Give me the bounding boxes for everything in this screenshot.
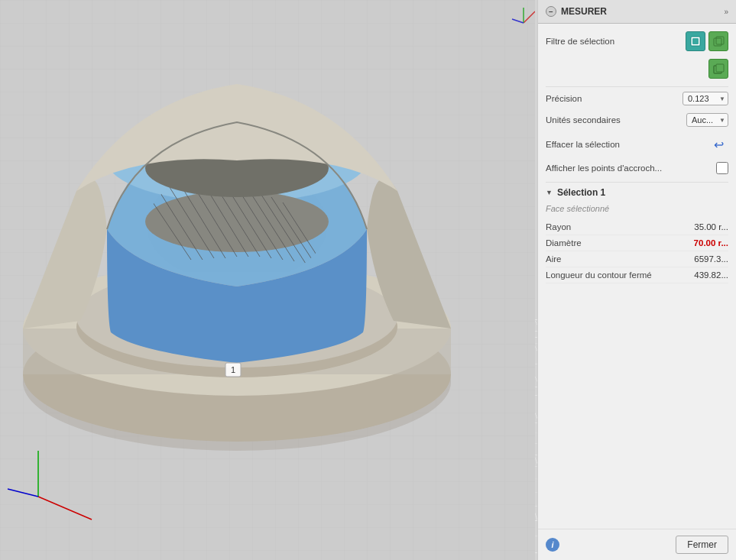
face-selected-label: Face sélectionné — [546, 204, 728, 213]
panel-body: Filtre de sélection — [538, 24, 736, 529]
precision-dropdown-wrapper: 0.1 0.12 0.123 0.1234 — [683, 92, 728, 105]
close-button[interactable]: Fermer — [676, 536, 728, 554]
separator-2 — [546, 182, 728, 183]
panel-expand-icon[interactable]: » — [724, 8, 728, 16]
selection-section-header: ▼ Sélection 1 — [546, 187, 728, 198]
snap-points-checkbox[interactable] — [716, 162, 728, 174]
secondary-units-label: Unités secondaires — [546, 115, 621, 125]
info-icon[interactable]: i — [546, 538, 559, 552]
rayon-row: Rayon 35.00 r... — [546, 219, 728, 235]
secondary-units-row: Unités secondaires Auc... mm cm m — [546, 113, 728, 127]
solid-filter-button[interactable] — [708, 31, 728, 51]
aire-row: Aire 6597.3... — [546, 251, 728, 267]
svg-rect-33 — [692, 38, 699, 44]
filter-label: Filtre de sélection — [546, 37, 614, 46]
contour-label: Longueur du contour fermé — [546, 270, 652, 280]
contour-row: Longueur du contour fermé 439.82... — [546, 267, 728, 283]
separator-1 — [546, 86, 728, 87]
face-filter-button[interactable] — [686, 31, 705, 51]
svg-text:1: 1 — [231, 365, 235, 374]
svg-rect-37 — [716, 64, 724, 72]
units-dropdown[interactable]: Auc... mm cm m — [686, 113, 728, 127]
diametre-row: Diamètre 70.00 r... — [546, 235, 728, 251]
rayon-label: Rayon — [546, 222, 571, 231]
panel-collapse-button[interactable]: − — [546, 6, 556, 17]
rayon-value: 35.00 r... — [694, 222, 728, 231]
snap-points-label: Afficher les points d'accroch... — [546, 163, 662, 173]
section-triangle-icon: ▼ — [546, 189, 553, 196]
edge-filter-button[interactable] — [708, 59, 728, 79]
diametre-value: 70.00 r... — [694, 238, 728, 248]
clear-selection-button[interactable]: ↩ — [708, 134, 728, 154]
precision-dropdown[interactable]: 0.1 0.12 0.123 0.1234 — [683, 92, 728, 105]
panel-header: − MESURER » — [538, 0, 736, 24]
clear-selection-row: Effacer la sélection ↩ — [546, 134, 728, 154]
filter-row: Filtre de sélection — [546, 31, 728, 51]
units-dropdown-wrapper: Auc... mm cm m — [686, 113, 728, 127]
snap-points-row: Afficher les points d'accroch... — [546, 162, 728, 174]
filter-icons — [686, 31, 728, 51]
aire-label: Aire — [546, 254, 561, 264]
aire-value: 6597.3... — [694, 254, 728, 264]
panel-title: MESURER — [561, 6, 607, 17]
measure-panel: − MESURER » Filtre de sélection — [537, 0, 736, 560]
panel-footer: i Fermer — [538, 529, 736, 560]
selection-section-title: Sélection 1 — [557, 187, 605, 198]
clear-selection-label: Effacer la sélection — [546, 140, 620, 149]
precision-label: Précision — [546, 94, 582, 103]
contour-value: 439.82... — [694, 270, 728, 280]
precision-row: Précision 0.1 0.12 0.123 0.1234 — [546, 92, 728, 105]
diametre-label: Diamètre — [546, 238, 582, 248]
filter-row2 — [546, 59, 728, 79]
